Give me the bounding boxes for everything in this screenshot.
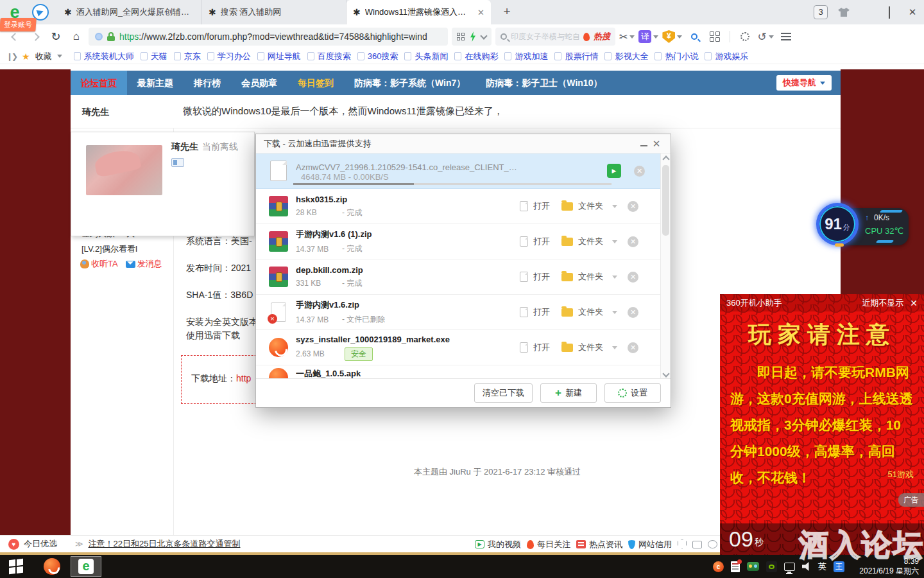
favorites-star-icon[interactable]: ★ [22,51,30,62]
forum-nav-item[interactable]: 每日签到 [287,71,344,95]
bookmark-label[interactable]: 网址导航 [268,51,301,62]
folder-label[interactable]: 文件夹 [578,342,603,353]
bookmark-label[interactable]: 头条新闻 [415,51,448,62]
bookmark-item[interactable]: 百度搜索 [307,51,351,62]
avatar[interactable] [86,145,162,195]
tray-game-icon[interactable] [747,562,759,571]
bottombar-site-credit[interactable]: 网站信用 [628,539,672,550]
more-caret-icon[interactable] [612,346,617,349]
browser-tab[interactable]: ✱搜索 酒入辅助网 [202,0,346,24]
favorites-caret-icon[interactable] [57,55,62,58]
new-download-button[interactable]: +新建 [540,383,597,403]
download-row[interactable]: 手游内测v1.6 (1).zip14.37 MB- 完成打开文件夹✕ [256,224,662,259]
bookmark-label[interactable]: 游戏加速 [515,51,548,62]
address-bar[interactable]: https://www.2fzb.com/forum.php?mod=viewt… [89,28,448,46]
more-caret-icon[interactable] [612,311,617,314]
scroll-thumb[interactable] [662,165,669,236]
bookmark-label[interactable]: 学习办公 [218,51,251,62]
download-row[interactable]: hskx0315.zip28 KB- 完成打开文件夹✕ [256,189,662,224]
open-file-icon[interactable] [520,201,528,211]
favorites-label[interactable]: 收藏 [35,51,52,62]
speed-bolt-icon[interactable] [470,31,476,42]
download-row[interactable]: dep.bkill.com.zip331 KB- 完成打开文件夹✕ [256,259,662,295]
dialog-scrollbar[interactable] [660,153,671,380]
bottombar-hot-news[interactable]: 热点资讯 [576,539,622,550]
bookmark-label[interactable]: 天猫 [151,51,167,62]
expand-news-icon[interactable]: ≫ [75,539,83,548]
bookmark-label[interactable]: 游戏娱乐 [715,51,748,62]
close-button[interactable]: ✕ [906,6,919,18]
bookmark-item[interactable]: 天猫 [141,51,167,62]
tray-display-icon[interactable] [784,563,795,571]
id-card-icon[interactable] [171,158,184,167]
system-monitor-widget[interactable]: ↑0K/s CPU 32℃ 91分 [816,200,910,252]
snapshot-icon[interactable] [692,541,702,548]
bookmark-item[interactable]: 在线购彩 [454,51,498,62]
remove-icon[interactable]: ✕ [628,307,638,318]
login-account-badge[interactable]: 登录账号 [0,18,37,31]
folder-label[interactable]: 文件夹 [578,306,603,318]
settings-button[interactable]: 设置 [604,383,661,403]
remove-button[interactable]: ✕ [634,166,645,177]
bookmark-item[interactable]: 360搜索 [357,51,398,62]
bottombar-daily-follow[interactable]: 每日关注 [527,539,570,550]
ad-body-text[interactable]: 即日起，请不要玩RMB网游，这款0充值网游，上线送透视戒指，3分钟必爆红装，10… [730,360,914,491]
screenshot-grid-icon[interactable] [457,33,465,40]
more-caret-icon[interactable] [612,240,617,243]
taskbar-browser-icon[interactable] [44,558,60,575]
bookmark-item[interactable]: 游戏加速 [504,51,548,62]
chevron-down-icon[interactable] [480,32,487,39]
url-text[interactable]: https://www.2fzb.com/forum.php?mod=viewt… [119,31,427,42]
bottombar-my-videos[interactable]: ▶我的视频 [475,539,521,550]
rebate-tool[interactable]: ¥ [662,30,682,43]
home-button[interactable]: ⌂ [68,28,85,45]
forum-nav-item[interactable]: 论坛首页 [71,71,127,95]
dialog-minimize-button[interactable] [637,139,650,148]
ad-dismiss-link[interactable]: 近期不显示 [862,297,903,309]
bookmark-item[interactable]: 网址导航 [257,51,301,62]
open-label[interactable]: 打开 [533,271,550,283]
open-label[interactable]: 打开 [533,342,550,353]
open-file-icon[interactable] [520,272,528,282]
bookmark-label[interactable]: 百度搜索 [318,51,351,62]
download-row[interactable]: 手游内测v1.6.zip14.37 MB- 文件已删除打开文件夹✕ [256,295,662,330]
score-gauge[interactable]: 91分 [816,203,859,245]
bookmark-label[interactable]: 系统装机大师 [84,51,134,62]
forum-nav-item[interactable]: 防病毒：影子卫士（Win10） [475,71,612,95]
new-tab-button[interactable]: + [497,3,517,22]
bookmark-label[interactable]: 影视大全 [615,51,648,62]
browser-tab[interactable]: ✱Windows11泄露镜像酒入辅助网✕ [346,0,491,24]
message-link[interactable]: 发消息 [126,258,162,270]
bookmark-item[interactable]: 京东 [174,51,201,62]
folder-icon[interactable] [561,308,573,317]
find-tool[interactable] [686,28,703,45]
folder-label[interactable]: 文件夹 [578,236,603,247]
folder-icon[interactable] [561,238,573,246]
more-caret-icon[interactable] [612,276,617,279]
scroll-up-icon[interactable] [662,155,669,162]
side-panel-icon[interactable]: ❙❯ [6,52,17,61]
dialog-title-bar[interactable]: 下载 - 云加速由迅雷提供支持 ✕ [256,134,671,153]
ad-close-icon[interactable]: ✕ [910,298,918,308]
clear-downloads-button[interactable]: 清空已下载 [474,383,533,403]
bookmark-item[interactable]: 热门小说 [654,51,698,62]
night-mode-button[interactable] [737,28,753,45]
folder-icon[interactable] [561,273,573,281]
resume-button[interactable]: ▶ [607,164,621,178]
remove-icon[interactable]: ✕ [628,272,638,283]
folder-label[interactable]: 文件夹 [578,271,603,283]
search-placeholder[interactable]: 印度女子举横与蛇自拍 [511,31,579,42]
health-icon[interactable] [708,540,717,548]
bookmark-label[interactable]: 热门小说 [665,51,698,62]
open-file-icon[interactable] [520,342,528,353]
download-row[interactable]: syzs_installer_1000219189_market.exe2.63… [256,330,662,365]
dialog-close-button[interactable]: ✕ [650,138,663,150]
open-file-icon[interactable] [520,236,528,247]
download-address[interactable]: 下载地址：http [191,373,251,385]
apps-grid-button[interactable] [706,28,723,45]
tab-close-icon[interactable]: ✕ [477,8,484,17]
refresh-button[interactable]: ↻ [47,28,64,45]
folder-icon[interactable] [561,202,573,211]
search-box[interactable]: 印度女子举横与蛇自拍 热搜 [495,28,615,46]
bookmark-item[interactable]: 股票行情 [554,51,598,62]
